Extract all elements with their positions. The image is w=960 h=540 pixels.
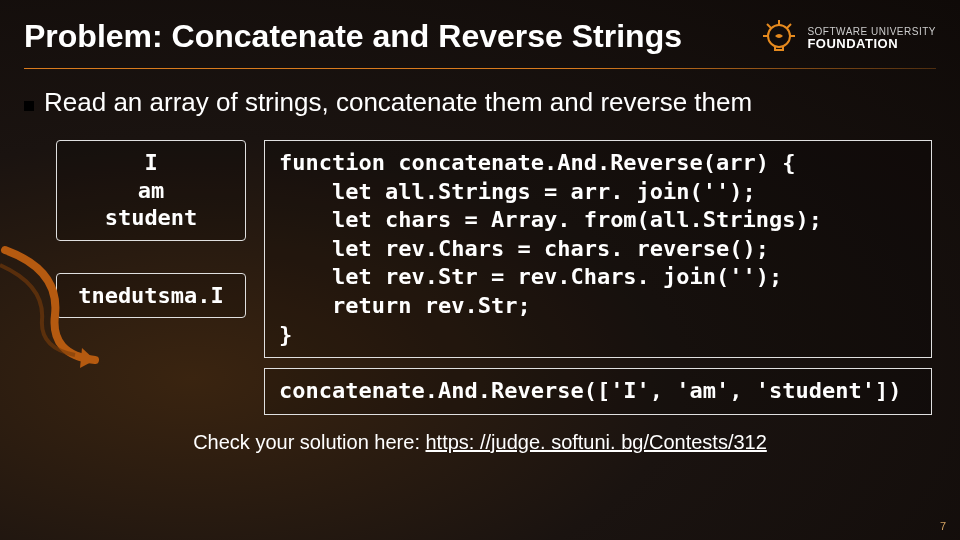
logo-line1: SOFTWARE UNIVERSITY bbox=[807, 27, 936, 37]
example-output-box: tnedutsma.I bbox=[56, 273, 246, 319]
bullet-text: Read an array of strings, concatenate th… bbox=[44, 87, 752, 118]
page-number: 7 bbox=[940, 520, 946, 532]
bullet-marker bbox=[24, 101, 34, 111]
code-block: function concatenate.And.Reverse(arr) { … bbox=[264, 140, 932, 358]
slide-title: Problem: Concatenate and Reverse Strings bbox=[24, 18, 682, 55]
footer-prefix: Check your solution here: bbox=[193, 431, 425, 453]
invocation-block: concatenate.And.Reverse(['I', 'am', 'stu… bbox=[264, 368, 932, 415]
brand-logo: SOFTWARE UNIVERSITY FOUNDATION bbox=[759, 18, 936, 58]
example-input-box: I am student bbox=[56, 140, 246, 241]
logo-line2: FOUNDATION bbox=[807, 37, 936, 50]
footer-note: Check your solution here: https: //judge… bbox=[0, 431, 960, 454]
lightbulb-icon bbox=[759, 18, 799, 58]
solution-link[interactable]: https: //judge. softuni. bg/Contests/312 bbox=[426, 431, 767, 453]
